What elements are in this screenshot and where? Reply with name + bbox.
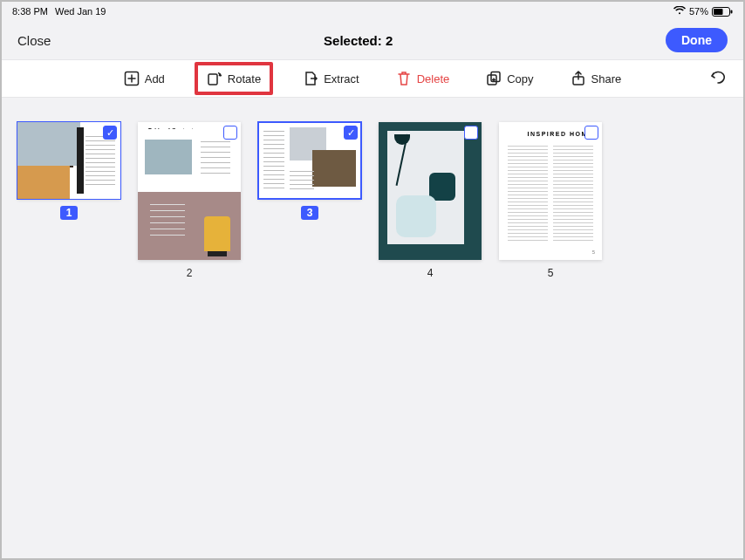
page-checkbox-4[interactable]: [464, 126, 478, 140]
undo-button[interactable]: [710, 68, 728, 89]
battery-pct: 57%: [689, 6, 708, 17]
page-title: Selected: 2: [324, 33, 393, 48]
share-label: Share: [591, 72, 622, 85]
wifi-icon: [673, 6, 686, 17]
page-5-folio: 5: [592, 249, 595, 255]
share-icon: [571, 71, 586, 86]
share-button[interactable]: Share: [564, 67, 629, 90]
page-thumb-1[interactable]: [17, 122, 120, 199]
add-icon: [124, 71, 140, 86]
toolbar: Add Rotate Extract Delete Copy Share: [2, 59, 743, 98]
add-label: Add: [145, 72, 165, 85]
page-checkbox-5[interactable]: [584, 126, 598, 140]
extract-label: Extract: [324, 72, 359, 85]
battery-icon: [712, 7, 733, 17]
page-5-title: INSPIRED HOME: [508, 131, 593, 137]
status-bar: 8:38 PM Wed Jan 19 57%: [2, 2, 743, 21]
copy-label: Copy: [507, 72, 533, 85]
page-thumb-4[interactable]: [379, 122, 482, 260]
svg-rect-1: [714, 9, 723, 15]
rotate-button[interactable]: Rotate: [195, 62, 273, 95]
extract-button[interactable]: Extract: [296, 67, 366, 90]
page-grid: 1 Table of Contents 2 3: [2, 98, 743, 558]
nav-bar: Close Selected: 2 Done: [2, 21, 743, 59]
extract-icon: [303, 71, 318, 86]
copy-button[interactable]: Copy: [479, 67, 540, 90]
copy-icon: [486, 71, 502, 86]
status-time: 8:38 PM: [12, 6, 48, 17]
rotate-label: Rotate: [228, 72, 261, 85]
rotate-icon: [207, 71, 222, 86]
delete-button[interactable]: Delete: [389, 67, 457, 90]
page-thumb-3[interactable]: [258, 122, 361, 199]
trash-icon: [396, 71, 412, 86]
page-checkbox-3[interactable]: [344, 126, 358, 140]
page-number-4: 4: [427, 267, 434, 279]
page-number-5: 5: [548, 267, 554, 279]
page-thumb-5[interactable]: INSPIRED HOME 5: [499, 122, 602, 260]
status-date: Wed Jan 19: [55, 6, 106, 17]
page-thumb-2[interactable]: Table of Contents: [138, 122, 241, 260]
close-button[interactable]: Close: [17, 33, 51, 48]
page-number-3: 3: [301, 206, 319, 220]
svg-rect-2: [731, 10, 733, 13]
svg-rect-4: [208, 74, 217, 85]
delete-label: Delete: [417, 72, 450, 85]
done-button[interactable]: Done: [666, 28, 728, 52]
page-checkbox-2[interactable]: [223, 126, 237, 140]
page-number-2: 2: [187, 267, 193, 279]
add-button[interactable]: Add: [117, 67, 172, 90]
page-number-1: 1: [60, 206, 79, 220]
page-checkbox-1[interactable]: [103, 126, 117, 140]
